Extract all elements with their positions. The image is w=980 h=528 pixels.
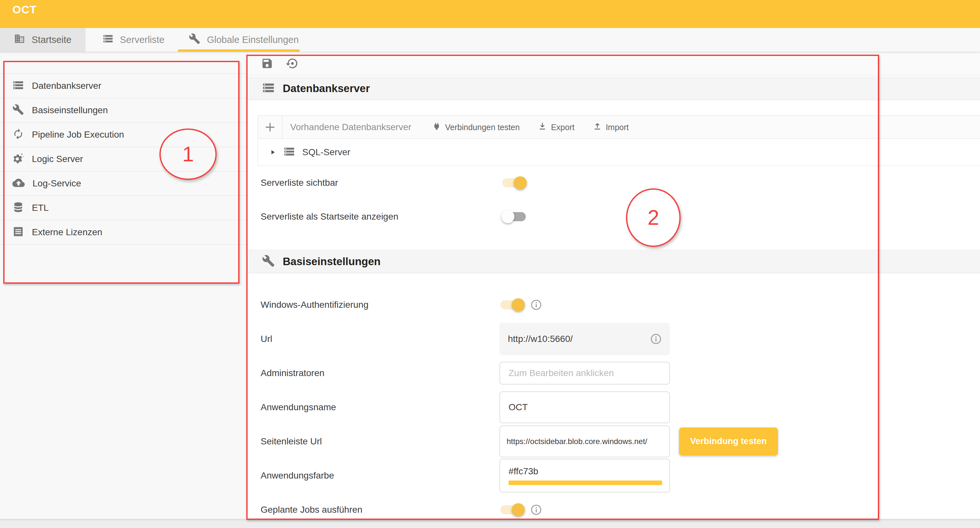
server-list-title: Vorhandene Datenbankserver (290, 122, 411, 132)
server-row-sql-server[interactable]: SQL-Server (258, 139, 980, 166)
test-connections-button[interactable]: Verbindungen testen (432, 122, 520, 133)
url-field-disabled: http://w10:5660/ (500, 323, 670, 355)
action-label: Verbindungen testen (445, 122, 520, 132)
tab-label: Serverliste (120, 35, 165, 45)
sidebar-item-logic-server[interactable]: Logic Server (0, 147, 247, 172)
tab-bar: Startseite Serverliste Globale Einstellu… (0, 28, 980, 52)
field-row-anwendungsname: Anwendungsname (248, 390, 980, 424)
save-button[interactable] (260, 56, 274, 71)
plug-icon (432, 122, 441, 133)
application-color-input[interactable]: #ffc73b (500, 459, 670, 493)
field-label: Anwendungsname (261, 402, 336, 412)
test-connection-button[interactable]: Verbindung testen (679, 428, 778, 455)
tab-globale-einstellungen[interactable]: Globale Einstellungen (181, 28, 306, 52)
tab-serverliste[interactable]: Serverliste (86, 28, 181, 52)
wrench-icon (262, 254, 275, 269)
sidebar-item-pipeline-job-execution[interactable]: Pipeline Job Execution (0, 122, 247, 147)
sidebar-menu: Datenbankserver Basiseinstellungen Pipel… (0, 73, 247, 245)
action-toolbar (248, 52, 980, 75)
wrench-icon (189, 33, 200, 47)
import-button[interactable]: Import (593, 122, 629, 133)
url-value: http://w10:5660/ (508, 334, 573, 344)
server-list-actions: Verbindungen testen Export Import (432, 122, 628, 133)
server-list-icon (262, 81, 275, 95)
setting-label: Serverliste als Startseite anzeigen (261, 212, 398, 222)
toggle-geplante-jobs[interactable] (500, 503, 525, 517)
field-row-geplante-jobs: Geplante Jobs ausführen (248, 493, 980, 519)
app-title: OCT (12, 3, 37, 16)
field-row-anwendungsfarbe: Anwendungsfarbe #ffc73b (248, 458, 980, 493)
tab-label: Globale Einstellungen (207, 35, 299, 45)
sidebar-item-externe-lizenzen[interactable]: Externe Lizenzen (0, 220, 247, 245)
sidebar-item-label: Basiseinstellungen (32, 105, 108, 116)
sidebar-item-label: Datenbankserver (32, 81, 101, 91)
sidebar-item-label: Externe Lizenzen (32, 227, 102, 237)
section-header-basiseinstellungen: Basiseinstellungen (248, 250, 980, 273)
action-label: Import (606, 122, 629, 132)
download-icon (538, 122, 547, 133)
settings-sidebar: Datenbankserver Basiseinstellungen Pipel… (0, 52, 247, 519)
app-header: OCT (0, 0, 980, 28)
toggle-knob (512, 503, 525, 516)
info-icon[interactable] (531, 504, 542, 515)
section-header-datenbankserver: Datenbankserver (248, 77, 980, 100)
server-list-icon (12, 80, 24, 92)
sync-icon (12, 128, 24, 141)
toggle-knob (512, 298, 525, 311)
server-name: SQL-Server (302, 147, 350, 157)
info-icon[interactable] (531, 299, 542, 310)
building-icon (14, 33, 25, 46)
setting-row-serverliste-startseite: Serverliste als Startseite anzeigen (248, 200, 980, 234)
field-row-url: Url http://w10:5660/ (248, 322, 980, 356)
export-button[interactable]: Export (538, 122, 574, 133)
action-label: Export (551, 122, 574, 132)
field-row-windows-auth: Windows-Authentifizierung (248, 288, 980, 322)
toggle-knob (501, 210, 514, 223)
sidebar-item-label: Logic Server (32, 154, 83, 164)
setting-label: Serverliste sichtbar (261, 178, 338, 188)
license-icon (12, 226, 24, 239)
toggle-windows-auth[interactable] (500, 298, 525, 312)
application-name-input[interactable] (500, 391, 670, 423)
sidebar-item-datenbankserver[interactable]: Datenbankserver (0, 74, 247, 98)
server-list-toolbar: Vorhandene Datenbankserver Verbindungen … (258, 116, 980, 139)
field-label: Url (261, 334, 272, 344)
expand-arrow-icon[interactable] (268, 149, 278, 156)
sidebar-url-input[interactable] (500, 426, 670, 457)
cloud-upload-icon (12, 177, 25, 190)
field-row-administratoren: Administratoren (248, 356, 980, 390)
field-label: Geplante Jobs ausführen (261, 504, 363, 515)
settings-panel: Datenbankserver Vorhandene Datenbankserv… (248, 52, 980, 519)
administrators-input[interactable] (500, 362, 670, 385)
section-title: Datenbankserver (283, 82, 370, 95)
toggle-serverliste-sichtbar[interactable] (501, 176, 527, 190)
sidebar-item-basiseinstellungen[interactable]: Basiseinstellungen (0, 98, 247, 122)
database-icon (12, 201, 24, 215)
base-settings-form: Windows-Authentifizierung Url http://w10… (248, 273, 980, 519)
setting-row-serverliste-sichtbar: Serverliste sichtbar (248, 166, 980, 200)
sidebar-item-label: Pipeline Job Execution (32, 129, 124, 140)
gear-sparkle-icon (12, 153, 24, 165)
tab-label: Startseite (32, 35, 72, 45)
sidebar-item-etl[interactable]: ETL (0, 196, 247, 220)
page-bottom-strip (0, 519, 980, 528)
toggle-serverliste-startseite[interactable] (501, 210, 527, 224)
color-value: #ffc73b (509, 466, 662, 477)
toggle-knob (514, 177, 527, 189)
wrench-icon (12, 104, 24, 117)
database-server-list: Vorhandene Datenbankserver Verbindungen … (258, 116, 980, 166)
field-row-seitenleiste-url: Seitenleiste Url Verbindung testen (248, 424, 980, 458)
history-restore-button[interactable] (285, 56, 299, 71)
server-list-icon (102, 33, 113, 46)
section-title: Basiseinstellungen (283, 255, 381, 268)
color-swatch-bar (509, 480, 662, 485)
sidebar-item-label: ETL (32, 203, 48, 213)
add-server-button[interactable] (258, 116, 282, 138)
sidebar-item-log-service[interactable]: Log-Service (0, 172, 247, 196)
app-window: OCT Startseite Serverliste Globale Einst… (0, 0, 980, 528)
info-icon[interactable] (651, 334, 662, 345)
upload-icon (593, 122, 602, 133)
field-label: Anwendungsfarbe (261, 471, 334, 481)
field-label: Windows-Authentifizierung (261, 300, 369, 310)
tab-startseite[interactable]: Startseite (0, 28, 86, 52)
